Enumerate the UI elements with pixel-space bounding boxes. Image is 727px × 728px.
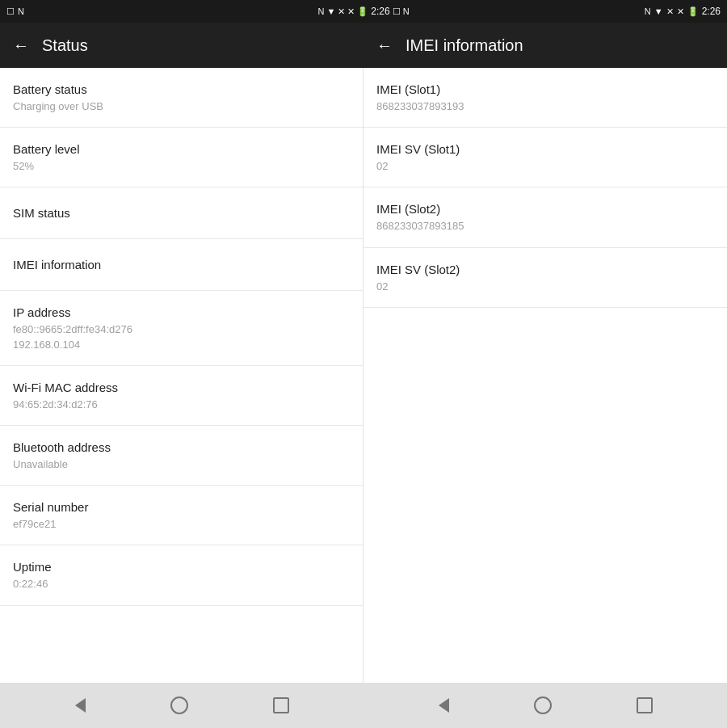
list-item-subtitle: fe80::9665:2dff:fe34:d276 192.168.0.104 [13,322,350,351]
list-item[interactable]: IMEI SV (Slot2)02 [364,248,727,308]
list-item[interactable]: Battery level52% [0,128,363,187]
status-bar: ☐ N N ▼ ✕ ✕ 🔋 2:26 ☐ N N ▼ ✕ ✕ 🔋 2:26 [0,0,727,23]
list-item[interactable]: IMEI information [0,239,363,291]
list-item[interactable]: Serial numberef79ce21 [0,486,363,545]
recent-nav-right[interactable] [637,697,653,713]
time-right: 2:26 [702,6,721,17]
nosim-icon-r: ✕ [677,6,684,17]
right-panel: IMEI (Slot1)868233037893193IMEI SV (Slot… [364,68,727,683]
list-item-title: Battery status [13,81,350,98]
left-panel: Battery statusCharging over USBBattery l… [0,68,364,683]
main-content: Battery statusCharging over USBBattery l… [0,68,727,683]
sim-icon-left: ☐ [6,6,15,17]
left-panel-title: Status [42,36,88,55]
list-item-title: IP address [13,304,350,321]
list-item-title: Uptime [13,558,350,575]
list-item-title: IMEI SV (Slot2) [376,261,714,278]
back-nav-right[interactable] [439,698,449,713]
list-item[interactable]: Bluetooth addressUnavailable [0,426,363,486]
sim-icon-center: ☐ [393,6,401,17]
list-item-subtitle: 02 [376,280,714,294]
signal-icon-r: ▼ [654,6,663,16]
nfc-icon-center: N [317,6,324,16]
list-item-subtitle: Charging over USB [13,99,350,114]
app-bar: ← Status ← IMEI information [0,23,727,68]
time-left: 2:26 [371,6,389,17]
battery-icon: 🔋 [357,6,368,17]
list-item[interactable]: SIM status [0,187,363,239]
recent-nav-left[interactable] [273,697,289,713]
right-panel-title: IMEI information [406,36,523,55]
list-item-subtitle: 0:22:46 [13,577,350,591]
list-item-title: Bluetooth address [13,439,350,456]
list-item-subtitle: Unavailable [13,457,350,472]
list-item-title: Battery level [13,141,350,158]
nfc-icon-right: N [403,6,410,16]
nfc-icon-left: N [18,6,24,16]
status-bar-left: ☐ N [6,6,317,17]
nav-bar-left [0,683,364,728]
app-bar-left: ← Status [0,23,364,68]
list-item[interactable]: IMEI (Slot2)868233037893185 [364,187,727,247]
list-item-subtitle: 94:65:2d:34:d2:76 [13,398,350,412]
nav-bar [0,683,727,728]
list-item-title: IMEI (Slot1) [376,81,714,98]
nfc-icon-r: N [645,6,651,16]
list-item-title: IMEI (Slot2) [376,200,714,217]
list-item-title: Serial number [13,499,350,515]
list-item[interactable]: Battery statusCharging over USB [0,68,363,128]
home-nav-left[interactable] [170,696,188,714]
signal-icon: ▼ [326,6,335,16]
list-item-subtitle: 868233037893185 [376,219,714,234]
list-item-subtitle: 868233037893193 [376,99,714,114]
back-button-right[interactable]: ← [376,36,393,55]
nav-bar-right [364,683,727,728]
list-item[interactable]: IMEI (Slot1)868233037893193 [364,68,727,128]
battery-icon-r: 🔋 [687,6,699,17]
nosim-icon: ✕ [347,6,355,17]
list-item[interactable]: IP addressfe80::9665:2dff:fe34:d276 192.… [0,291,363,365]
wifi-off-icon-r: ✕ [666,6,674,17]
list-item[interactable]: IMEI SV (Slot1)02 [364,128,727,187]
list-item-title: SIM status [13,204,350,221]
status-bar-right: N ▼ ✕ ✕ 🔋 2:26 [410,6,721,17]
app-bar-right: ← IMEI information [364,23,727,68]
back-nav-left[interactable] [75,698,86,713]
back-button-left[interactable]: ← [13,36,29,55]
list-item-subtitle: 02 [376,159,714,174]
list-item-title: Wi-Fi MAC address [13,379,350,396]
home-nav-right[interactable] [534,696,552,714]
list-item-subtitle: ef79ce21 [13,517,350,532]
list-item-subtitle: 52% [13,159,350,174]
list-item[interactable]: Uptime0:22:46 [0,545,363,605]
status-bar-center: N ▼ ✕ ✕ 🔋 2:26 ☐ N [317,6,409,17]
list-item[interactable]: Wi-Fi MAC address94:65:2d:34:d2:76 [0,366,363,426]
list-item-title: IMEI information [13,256,350,273]
wifi-off-icon: ✕ [338,6,345,17]
list-item-title: IMEI SV (Slot1) [376,141,714,158]
